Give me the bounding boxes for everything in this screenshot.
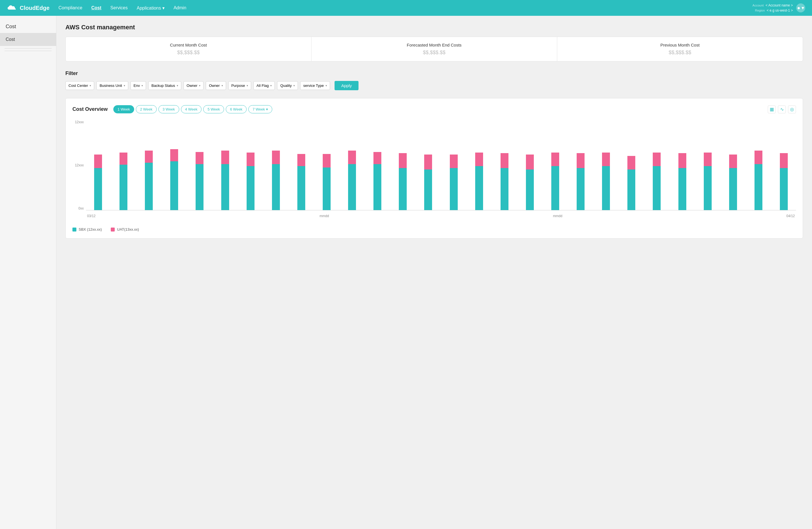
filter-service-type[interactable]: service Type ▾ (300, 81, 330, 90)
chart-container: 12xxx 12xxx 0xx 03/12 mmdd mmdd 04/12 (72, 120, 796, 221)
bar-pink (526, 155, 534, 170)
bar-group (111, 120, 135, 210)
main-content: AWS Cost management Current Month Cost $… (56, 16, 812, 529)
bar-group (86, 120, 110, 210)
current-month-label: Current Month Cost (72, 43, 304, 47)
bar-teal (323, 168, 331, 210)
account-info: Account < Account name > Region < e.g us… (753, 3, 793, 13)
nav-cost[interactable]: Cost (91, 5, 101, 11)
bar-pink (754, 151, 763, 164)
bar-group (670, 120, 695, 210)
filter-owner-2[interactable]: Owner ▾ (206, 81, 226, 90)
chevron-down-icon: ▾ (270, 84, 272, 87)
bar-pink (577, 153, 584, 168)
tab-6-week[interactable]: 6 Week (226, 105, 247, 113)
bar-pink (348, 151, 356, 164)
filter-quality[interactable]: Quality ▾ (277, 81, 298, 90)
navbar-right: Account < Account name > Region < e.g us… (753, 3, 805, 13)
bar-pink (195, 152, 203, 164)
cloud-icon (7, 4, 17, 11)
filter-owner-1[interactable]: Owner ▾ (184, 81, 203, 90)
nav-compliance[interactable]: Compliance (59, 5, 82, 11)
tab-3-week[interactable]: 3 Week (158, 105, 179, 113)
bar-pink (475, 153, 483, 166)
bar-pink (119, 153, 127, 165)
sidebar: Cost Cost (0, 16, 56, 529)
chart-bars (86, 120, 796, 210)
bar-pink (729, 155, 737, 168)
bar-teal (678, 168, 686, 210)
bar-pink (450, 155, 458, 168)
bar-group (315, 120, 339, 210)
apply-button[interactable]: Apply (335, 81, 359, 90)
bar-group (772, 120, 796, 210)
bar-group (289, 120, 314, 210)
filter-purpose[interactable]: Purpose ▾ (228, 81, 251, 90)
bar-group (721, 120, 745, 210)
filter-all-flag[interactable]: All Flag ▾ (253, 81, 275, 90)
bar-teal (298, 166, 305, 210)
bar-teal (94, 168, 102, 210)
page-title: AWS Cost management (66, 24, 803, 31)
bar-pink (627, 156, 635, 170)
bar-pink (501, 153, 508, 168)
bar-group (568, 120, 593, 210)
sidebar-item-cost[interactable]: Cost (0, 33, 56, 46)
bar-chart-icon[interactable]: ▦ (768, 105, 775, 113)
line-chart-icon[interactable]: ∿ (778, 105, 786, 113)
x-label-start: 03/12 (87, 214, 96, 218)
bar-teal (754, 164, 763, 210)
bar-pink (678, 153, 686, 168)
legend-uat-label: UAT(13xx.xx) (117, 227, 139, 231)
previous-value: $$,$$$.$$ (564, 49, 796, 56)
nav-services[interactable]: Services (111, 5, 128, 11)
bar-teal (374, 164, 381, 210)
previous-label: Previous Month Cost (564, 43, 796, 47)
bar-teal (195, 164, 203, 210)
chevron-down-icon: ▾ (142, 84, 143, 87)
filter-backup-status[interactable]: Backup Status ▾ (148, 81, 181, 90)
tab-4-week[interactable]: 4 Week (181, 105, 202, 113)
bar-pink (170, 149, 178, 161)
brand-logo[interactable]: CloudEdge (7, 4, 49, 11)
bar-pink (602, 153, 610, 166)
legend-uat: UAT(13xx.xx) (111, 227, 139, 231)
bar-teal (704, 166, 712, 210)
y-label-mid: 12xxx (75, 163, 84, 167)
cost-card-current: Current Month Cost $$,$$$.$$ (66, 37, 311, 61)
bar-teal (348, 164, 356, 210)
chevron-down-icon: ▾ (177, 84, 178, 87)
bar-teal (653, 166, 661, 210)
bar-group (162, 120, 186, 210)
bar-pink (145, 151, 153, 163)
pie-chart-icon[interactable]: ◎ (788, 105, 796, 113)
nav-applications[interactable]: Applications ▾ (137, 5, 164, 11)
bar-pink (298, 154, 305, 166)
filter-cost-center[interactable]: Cost Center ▾ (66, 81, 94, 90)
bar-teal (627, 170, 635, 210)
bar-pink (424, 155, 432, 170)
bar-group (213, 120, 237, 210)
legend-sbx-label: SBX (12xx.xx) (78, 227, 102, 231)
tab-7-week[interactable]: 7 Week ▾ (248, 105, 272, 113)
chevron-down-icon: ▾ (221, 84, 223, 87)
legend-sbx: SBX (12xx.xx) (72, 227, 102, 231)
bar-group (518, 120, 542, 210)
tab-5-week[interactable]: 5 Week (203, 105, 224, 113)
tab-1-week[interactable]: 1 Week (113, 105, 134, 113)
user-avatar[interactable]: ● ▾ (796, 3, 805, 12)
bar-pink (399, 153, 407, 168)
bar-teal (145, 163, 153, 210)
filter-business-unit[interactable]: Business Unit ▾ (97, 81, 128, 90)
filter-env[interactable]: Env ▾ (130, 81, 146, 90)
bar-teal (170, 161, 178, 210)
bar-teal (272, 164, 280, 210)
overview-section: Cost Overview 1 Week 2 Week 3 Week 4 Wee… (66, 98, 803, 239)
nav-admin[interactable]: Admin (174, 5, 186, 11)
bar-group (467, 120, 491, 210)
overview-title: Cost Overview (72, 106, 108, 112)
tab-2-week[interactable]: 2 Week (136, 105, 157, 113)
sidebar-section: Cost (0, 20, 56, 33)
bar-pink (247, 153, 255, 166)
overview-header: Cost Overview 1 Week 2 Week 3 Week 4 Wee… (72, 105, 796, 113)
